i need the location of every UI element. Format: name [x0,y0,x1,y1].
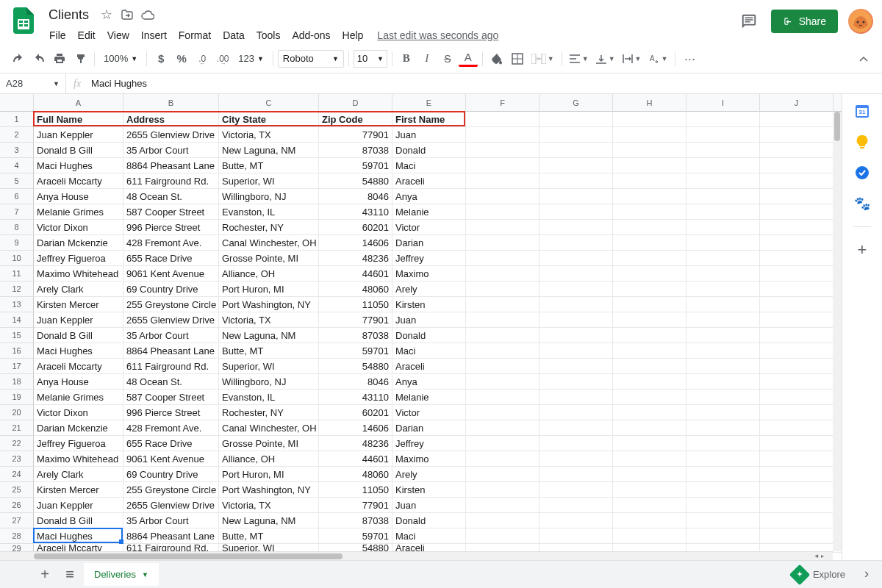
cell-A1[interactable]: Full Name [34,112,123,127]
cell-F6[interactable] [466,189,539,204]
sheets-logo[interactable] [9,6,38,35]
cell-C13[interactable]: Port Washington, NY [219,297,319,312]
cell-B25[interactable]: 255 Greystone Circle [123,482,219,498]
cell-G17[interactable] [539,359,613,374]
undo-button[interactable] [9,49,28,68]
cell-A5[interactable]: Araceli Mccarty [34,173,123,189]
cell-E28[interactable]: Maci [392,528,466,544]
cell-A19[interactable]: Melanie Grimes [34,390,123,405]
cell-D7[interactable]: 43110 [319,204,392,220]
cell-J16[interactable] [760,343,833,359]
cell-C8[interactable]: Rochester, NY [219,220,319,235]
cell-J8[interactable] [760,220,833,235]
cell-J28[interactable] [760,528,833,544]
cell-J9[interactable] [760,235,833,251]
cell-E10[interactable]: Jeffrey [392,251,466,266]
scroll-arrows[interactable]: ◄ ▸ [814,551,824,560]
cell-D21[interactable]: 14606 [319,420,392,436]
cell-B16[interactable]: 8864 Pheasant Lane [123,343,219,359]
cell-E11[interactable]: Maximo [392,266,466,282]
cell-I13[interactable] [686,297,760,312]
row-header-20[interactable]: 20 [0,405,34,420]
row-header-7[interactable]: 7 [0,204,34,220]
cell-J20[interactable] [760,405,833,420]
horizontal-align-button[interactable]: ▼ [567,49,592,68]
cell-H6[interactable] [613,189,686,204]
cell-G24[interactable] [539,467,613,482]
row-header-3[interactable]: 3 [0,143,34,158]
cell-B27[interactable]: 35 Arbor Court [123,513,219,528]
cell-F9[interactable] [466,235,539,251]
star-icon[interactable]: ☆ [99,7,114,23]
cell-C28[interactable]: Butte, MT [219,528,319,544]
cell-D17[interactable]: 54880 [319,359,392,374]
cell-C15[interactable]: New Laguna, NM [219,328,319,343]
cell-E26[interactable]: Juan [392,498,466,513]
cell-G5[interactable] [539,173,613,189]
cell-D4[interactable]: 59701 [319,158,392,173]
cell-A26[interactable]: Juan Keppler [34,498,123,513]
explore-button[interactable]: Explore [784,563,854,587]
cell-A17[interactable]: Araceli Mccarty [34,359,123,374]
cell-F18[interactable] [466,374,539,390]
cell-H1[interactable] [613,112,686,127]
row-header-15[interactable]: 15 [0,328,34,343]
cell-D16[interactable]: 59701 [319,343,392,359]
cell-H4[interactable] [613,158,686,173]
cell-C9[interactable]: Canal Winchester, OH [219,235,319,251]
cell-C24[interactable]: Port Huron, MI [219,467,319,482]
cell-G14[interactable] [539,312,613,328]
row-header-22[interactable]: 22 [0,436,34,451]
column-header-B[interactable]: B [123,94,219,112]
cell-J2[interactable] [760,127,833,143]
column-header-H[interactable]: H [613,94,686,112]
row-header-1[interactable]: 1 [0,112,34,127]
cell-H23[interactable] [613,451,686,467]
tasks-icon[interactable] [854,165,870,181]
cell-F14[interactable] [466,312,539,328]
cell-J15[interactable] [760,328,833,343]
more-button[interactable]: ⋯ [680,49,699,68]
cell-D23[interactable]: 44601 [319,451,392,467]
cell-H19[interactable] [613,390,686,405]
cell-H10[interactable] [613,251,686,266]
row-header-4[interactable]: 4 [0,158,34,173]
column-header-J[interactable]: J [760,94,833,112]
cell-J18[interactable] [760,374,833,390]
cell-C1[interactable]: City State [219,112,319,127]
cell-I27[interactable] [686,513,760,528]
cell-I18[interactable] [686,374,760,390]
cell-J12[interactable] [760,282,833,297]
hide-side-panel-button[interactable]: › [864,566,869,581]
cell-G13[interactable] [539,297,613,312]
cell-I8[interactable] [686,220,760,235]
cell-H2[interactable] [613,127,686,143]
add-addon-icon[interactable]: + [854,242,870,258]
cell-B2[interactable]: 2655 Glenview Drive [123,127,219,143]
cell-F7[interactable] [466,204,539,220]
cell-F16[interactable] [466,343,539,359]
cell-B21[interactable]: 428 Fremont Ave. [123,420,219,436]
cell-C20[interactable]: Rochester, NY [219,405,319,420]
cell-B5[interactable]: 611 Fairground Rd. [123,173,219,189]
cell-D1[interactable]: Zip Code [319,112,392,127]
cell-E17[interactable]: Araceli [392,359,466,374]
cell-B8[interactable]: 996 Pierce Street [123,220,219,235]
cell-G23[interactable] [539,451,613,467]
menu-tools[interactable]: Tools [251,26,286,44]
cell-B1[interactable]: Address [123,112,219,127]
cell-I7[interactable] [686,204,760,220]
cell-H22[interactable] [613,436,686,451]
cell-B18[interactable]: 48 Ocean St. [123,374,219,390]
cell-D26[interactable]: 77901 [319,498,392,513]
cell-E21[interactable]: Darian [392,420,466,436]
cell-A14[interactable]: Juan Keppler [34,312,123,328]
cell-H16[interactable] [613,343,686,359]
cell-G26[interactable] [539,498,613,513]
cell-A8[interactable]: Victor Dixon [34,220,123,235]
cell-A16[interactable]: Maci Hughes [34,343,123,359]
cell-D25[interactable]: 11050 [319,482,392,498]
cell-D12[interactable]: 48060 [319,282,392,297]
cell-E25[interactable]: Kirsten [392,482,466,498]
cell-B14[interactable]: 2655 Glenview Drive [123,312,219,328]
